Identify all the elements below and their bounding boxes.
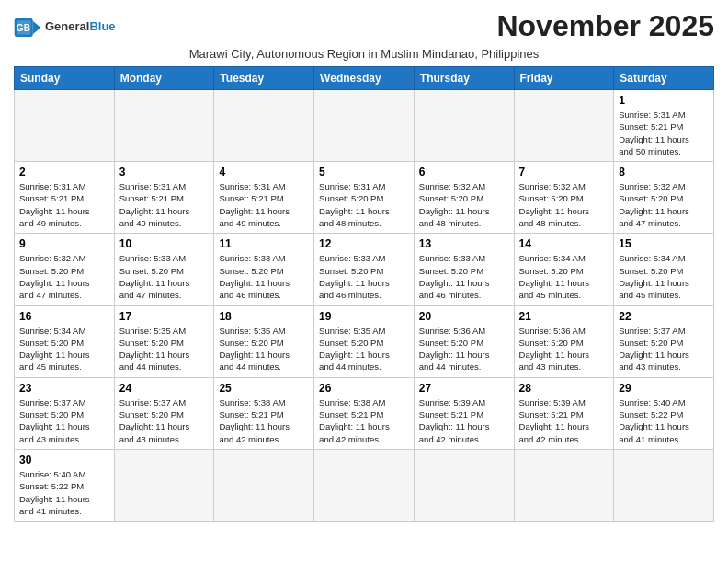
logo: GB GeneralBlue (14, 17, 116, 37)
day-info: Sunrise: 5:31 AM Sunset: 5:20 PM Dayligh… (319, 180, 409, 229)
day-number: 1 (619, 94, 709, 107)
day-number: 5 (319, 166, 409, 178)
day-info: Sunrise: 5:38 AM Sunset: 5:21 PM Dayligh… (219, 396, 309, 445)
calendar-cell: 18Sunrise: 5:35 AM Sunset: 5:20 PM Dayli… (214, 305, 314, 377)
calendar-cell: 6Sunrise: 5:32 AM Sunset: 5:20 PM Daylig… (414, 162, 514, 234)
calendar-cell: 27Sunrise: 5:39 AM Sunset: 5:21 PM Dayli… (414, 377, 514, 449)
day-number: 8 (619, 166, 709, 178)
day-number: 28 (519, 382, 609, 395)
day-number: 25 (219, 382, 309, 395)
calendar-cell (514, 449, 614, 521)
logo-general: General (45, 19, 89, 33)
day-number: 14 (519, 237, 609, 250)
day-info: Sunrise: 5:39 AM Sunset: 5:21 PM Dayligh… (419, 396, 509, 445)
day-number: 13 (419, 237, 509, 250)
weekday-header-wednesday: Wednesday (314, 67, 415, 90)
calendar-cell: 28Sunrise: 5:39 AM Sunset: 5:21 PM Dayli… (514, 377, 614, 449)
calendar-cell: 23Sunrise: 5:37 AM Sunset: 5:20 PM Dayli… (15, 377, 115, 449)
calendar-cell: 5Sunrise: 5:31 AM Sunset: 5:20 PM Daylig… (314, 162, 415, 234)
day-number: 6 (419, 166, 509, 178)
calendar-cell: 11Sunrise: 5:33 AM Sunset: 5:20 PM Dayli… (214, 234, 314, 305)
day-number: 11 (219, 237, 309, 250)
day-info: Sunrise: 5:34 AM Sunset: 5:20 PM Dayligh… (519, 252, 609, 301)
calendar-cell (15, 90, 115, 162)
day-number: 20 (419, 310, 509, 323)
calendar-cell (314, 90, 415, 162)
day-info: Sunrise: 5:31 AM Sunset: 5:21 PM Dayligh… (619, 109, 709, 157)
logo-blue: Blue (89, 19, 115, 33)
day-info: Sunrise: 5:36 AM Sunset: 5:20 PM Dayligh… (519, 325, 609, 373)
calendar-cell (214, 90, 314, 162)
weekday-header-monday: Monday (114, 67, 214, 90)
day-number: 2 (19, 166, 109, 178)
day-info: Sunrise: 5:35 AM Sunset: 5:20 PM Dayligh… (119, 325, 210, 373)
calendar-cell (414, 90, 514, 162)
day-info: Sunrise: 5:38 AM Sunset: 5:21 PM Dayligh… (319, 396, 409, 445)
calendar-cell: 3Sunrise: 5:31 AM Sunset: 5:21 PM Daylig… (114, 162, 214, 234)
day-info: Sunrise: 5:32 AM Sunset: 5:20 PM Dayligh… (419, 180, 509, 229)
logo-icon: GB (14, 18, 41, 37)
day-info: Sunrise: 5:32 AM Sunset: 5:20 PM Dayligh… (519, 180, 609, 229)
calendar-cell (514, 90, 614, 162)
day-number: 17 (119, 310, 210, 323)
calendar-cell: 1Sunrise: 5:31 AM Sunset: 5:21 PM Daylig… (614, 90, 714, 162)
day-info: Sunrise: 5:40 AM Sunset: 5:22 PM Dayligh… (19, 468, 109, 517)
day-info: Sunrise: 5:37 AM Sunset: 5:20 PM Dayligh… (19, 396, 109, 445)
day-info: Sunrise: 5:34 AM Sunset: 5:20 PM Dayligh… (19, 325, 109, 373)
day-info: Sunrise: 5:37 AM Sunset: 5:20 PM Dayligh… (119, 396, 210, 445)
calendar-cell: 20Sunrise: 5:36 AM Sunset: 5:20 PM Dayli… (414, 305, 514, 377)
svg-text:GB: GB (17, 23, 30, 33)
calendar-cell (114, 449, 214, 521)
day-info: Sunrise: 5:33 AM Sunset: 5:20 PM Dayligh… (419, 252, 509, 301)
calendar-table: SundayMondayTuesdayWednesdayThursdayFrid… (14, 66, 714, 522)
day-info: Sunrise: 5:40 AM Sunset: 5:22 PM Dayligh… (619, 396, 709, 445)
day-number: 15 (619, 237, 709, 250)
day-info: Sunrise: 5:34 AM Sunset: 5:20 PM Dayligh… (619, 252, 709, 301)
calendar-cell (114, 90, 214, 162)
day-info: Sunrise: 5:35 AM Sunset: 5:20 PM Dayligh… (219, 325, 309, 373)
calendar-cell: 22Sunrise: 5:37 AM Sunset: 5:20 PM Dayli… (614, 305, 714, 377)
day-number: 30 (19, 454, 109, 466)
day-number: 7 (519, 166, 609, 178)
day-number: 29 (619, 382, 709, 395)
calendar-cell: 9Sunrise: 5:32 AM Sunset: 5:20 PM Daylig… (15, 234, 115, 305)
calendar-cell: 12Sunrise: 5:33 AM Sunset: 5:20 PM Dayli… (314, 234, 415, 305)
calendar-cell (414, 449, 514, 521)
day-number: 18 (219, 310, 309, 323)
calendar-cell: 8Sunrise: 5:32 AM Sunset: 5:20 PM Daylig… (614, 162, 714, 234)
calendar-cell: 21Sunrise: 5:36 AM Sunset: 5:20 PM Dayli… (514, 305, 614, 377)
calendar-cell: 25Sunrise: 5:38 AM Sunset: 5:21 PM Dayli… (214, 377, 314, 449)
calendar-cell: 19Sunrise: 5:35 AM Sunset: 5:20 PM Dayli… (314, 305, 415, 377)
day-number: 9 (19, 237, 109, 250)
day-info: Sunrise: 5:39 AM Sunset: 5:21 PM Dayligh… (519, 396, 609, 445)
day-info: Sunrise: 5:31 AM Sunset: 5:21 PM Dayligh… (19, 180, 109, 229)
calendar-cell: 29Sunrise: 5:40 AM Sunset: 5:22 PM Dayli… (614, 377, 714, 449)
calendar-cell: 30Sunrise: 5:40 AM Sunset: 5:22 PM Dayli… (15, 449, 115, 521)
month-title: November 2025 (496, 9, 714, 43)
day-number: 3 (119, 166, 210, 178)
day-info: Sunrise: 5:31 AM Sunset: 5:21 PM Dayligh… (119, 180, 210, 229)
day-number: 22 (619, 310, 709, 323)
day-info: Sunrise: 5:33 AM Sunset: 5:20 PM Dayligh… (319, 252, 409, 301)
calendar-cell: 14Sunrise: 5:34 AM Sunset: 5:20 PM Dayli… (514, 234, 614, 305)
day-info: Sunrise: 5:32 AM Sunset: 5:20 PM Dayligh… (619, 180, 709, 229)
day-info: Sunrise: 5:37 AM Sunset: 5:20 PM Dayligh… (619, 325, 709, 373)
calendar-cell: 13Sunrise: 5:33 AM Sunset: 5:20 PM Dayli… (414, 234, 514, 305)
calendar-cell: 2Sunrise: 5:31 AM Sunset: 5:21 PM Daylig… (15, 162, 115, 234)
day-info: Sunrise: 5:35 AM Sunset: 5:20 PM Dayligh… (319, 325, 409, 373)
page-header: GB GeneralBlue November 2025 (14, 9, 714, 43)
weekday-header-tuesday: Tuesday (214, 67, 314, 90)
weekday-header-sunday: Sunday (15, 67, 115, 90)
calendar-cell: 15Sunrise: 5:34 AM Sunset: 5:20 PM Dayli… (614, 234, 714, 305)
weekday-header-thursday: Thursday (414, 67, 514, 90)
calendar-cell (314, 449, 415, 521)
calendar-cell: 17Sunrise: 5:35 AM Sunset: 5:20 PM Dayli… (114, 305, 214, 377)
calendar-cell: 24Sunrise: 5:37 AM Sunset: 5:20 PM Dayli… (114, 377, 214, 449)
day-info: Sunrise: 5:33 AM Sunset: 5:20 PM Dayligh… (119, 252, 210, 301)
calendar-cell: 4Sunrise: 5:31 AM Sunset: 5:21 PM Daylig… (214, 162, 314, 234)
day-number: 12 (319, 237, 409, 250)
weekday-header-saturday: Saturday (614, 67, 714, 90)
day-info: Sunrise: 5:36 AM Sunset: 5:20 PM Dayligh… (419, 325, 509, 373)
svg-marker-1 (33, 21, 41, 34)
day-info: Sunrise: 5:33 AM Sunset: 5:20 PM Dayligh… (219, 252, 309, 301)
